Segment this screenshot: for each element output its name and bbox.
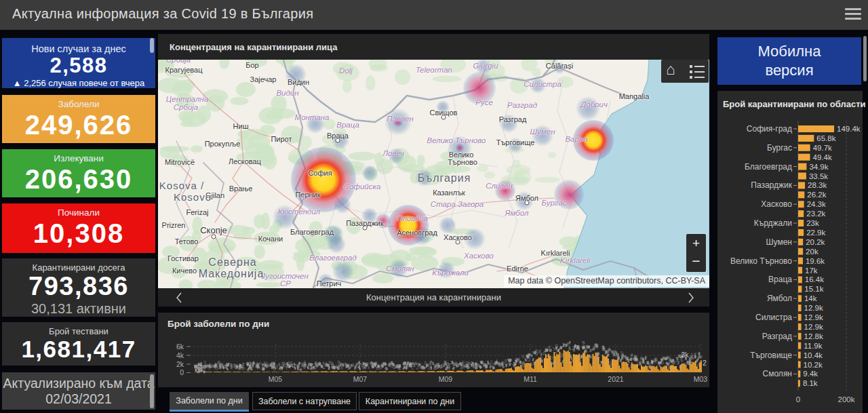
svg-text:11.9k: 11.9k [804,342,823,350]
svg-text:23k: 23k [806,219,819,227]
card-label: Актуализирано към дата [2,372,155,391]
legend-list-icon[interactable] [688,64,706,80]
map-city-label: Крагујевац [165,66,203,74]
svg-text:20.2k: 20.2k [806,238,825,246]
svg-text:Хасково: Хасково [761,199,792,209]
tab-daily-cases[interactable]: Заболели по дни [170,392,249,412]
map-region-label: Dolj [339,66,353,75]
map-region-label: Стара Загора [431,200,484,208]
svg-text:Благоевград: Благоевград [745,162,792,172]
map-city-label: Видин [288,78,309,86]
svg-text:28.3k: 28.3k [808,181,827,189]
card-infected: Заболели 249,626 [2,95,155,143]
svg-text:14k: 14k [804,294,817,302]
svg-text:12.9k: 12.9k [804,323,823,331]
svg-text:9: 9 [521,354,524,359]
card-value: 1,681,417 [2,336,155,362]
map-toolbar: ⌂ [661,60,709,83]
zoom-out-button[interactable]: − [686,253,706,269]
page-title: Актуална информация за Covid 19 в Българ… [12,6,313,22]
tab-daily-quarantined[interactable]: Карантинирани по дни [359,392,461,410]
svg-text:M11: M11 [524,375,537,383]
map-city-label: Перник [295,191,320,199]
svg-text:4: 4 [267,363,270,368]
card-delta: ▲ 2,256 случая повече от вчера [2,78,155,88]
map-region-label: Пловдив [397,214,428,222]
map-city-label: Тетово [175,237,199,245]
svg-text:0: 0 [180,368,184,376]
carousel-next-icon[interactable] [688,292,694,303]
map-region-label: Србија [166,60,191,64]
map-region-label: Кюстендил [278,208,321,216]
map-region-label: Добрич [580,100,608,109]
svg-text:200k: 200k [838,395,855,404]
map-region-label: Giurgiu [473,62,498,70]
svg-text:149.4k: 149.4k [837,125,861,133]
mobile-version-label2: версия [717,61,861,80]
home-icon[interactable]: ⌂ [666,60,675,79]
heat-blob-blue [439,216,456,234]
map-city-label: Враца [327,132,349,140]
svg-text:22.9k: 22.9k [806,229,825,237]
card-label: Заболели [2,95,155,109]
svg-text:49.4k: 49.4k [813,153,832,161]
zoom-in-button[interactable]: + [686,234,706,253]
svg-text:65.8k: 65.8k [816,134,835,142]
svg-text:19.6k: 19.6k [806,257,825,265]
svg-text:M09: M09 [439,375,453,383]
svg-text:3: 3 [366,365,370,370]
map-region-label: Бургас [541,199,566,207]
quarantine-by-region-chart: 149.4kСофия-град65.8k49.7kБургас49.4k34.… [717,91,863,413]
left-scrollbar-thumb-bottom[interactable] [150,374,154,408]
svg-text:24.3k: 24.3k [807,200,826,208]
card-value: 2,588 [2,54,155,77]
svg-text:Бургас: Бургас [767,143,792,153]
map-city-label: Разград [499,115,527,123]
map-region-label: Ловеч [382,149,404,157]
map-region-label: Силистра [524,80,561,88]
map-region-label: Велико Търново [427,136,486,144]
card-label: Карантинирани досега [2,258,155,273]
svg-text:3: 3 [660,360,665,366]
hamburger-menu-icon[interactable] [845,8,861,22]
tab-cumulative-cases[interactable]: Заболели с натрупване [252,392,357,410]
heat-blob-sofia [291,147,356,212]
map-region-label: Хасково [464,252,494,260]
svg-text:0: 0 [796,395,800,404]
map-region-label: Видин [276,89,298,97]
chart-title: Брой карантинирани по области [723,99,866,109]
svg-text:Ямбол: Ямбол [767,294,792,303]
card-value: 793,836 [2,273,155,300]
svg-text:10.2k: 10.2k [804,361,823,369]
svg-text:3: 3 [203,360,206,365]
map-region-label: Варна [565,135,587,143]
map-region-label: Софийска [344,182,381,191]
daily-cases-chart-panel: Брой заболели по дни 6k4k2k0M05M07M09M11… [158,313,709,387]
svg-text:1: 1 [568,345,571,350]
map-panel-title: Концентрация на карантинирани лица [170,42,337,52]
map-city-label: Търново [448,158,477,166]
svg-text:2k: 2k [176,360,184,368]
map-city-label: Călărași [546,62,573,70]
svg-text:Шумен: Шумен [766,237,792,247]
map-city-label: Ниш [233,122,249,130]
map-city-label: Бор [245,61,258,69]
map-region-label: Централна [166,95,209,103]
card-deaths: Починали 10,308 [2,203,155,253]
card-label: Брой тествани [2,322,155,336]
svg-text:49.7k: 49.7k [813,144,832,152]
svg-text:Пазарджик: Пазарджик [751,180,792,190]
svg-text:6: 6 [478,364,482,370]
map-bulgaria[interactable]: КрагујевацБорЗајечарВидинНишПиротПрокупљ… [158,60,709,288]
left-scrollbar-thumb-top[interactable] [150,38,154,53]
card-label: Нови случаи за днес [2,38,155,54]
mobile-version-button[interactable]: Мобилна версия [717,37,861,85]
svg-text:33.5k: 33.5k [809,172,828,180]
right-scrollbar-thumb[interactable] [863,36,867,81]
svg-text:M07: M07 [353,375,368,383]
svg-text:Враца: Враца [768,275,792,284]
svg-text:Силистра: Силистра [755,313,792,322]
map-region-label: Ямбол [505,209,529,217]
map-country-label: Kosova / [159,180,204,191]
svg-text:20k: 20k [806,248,818,256]
